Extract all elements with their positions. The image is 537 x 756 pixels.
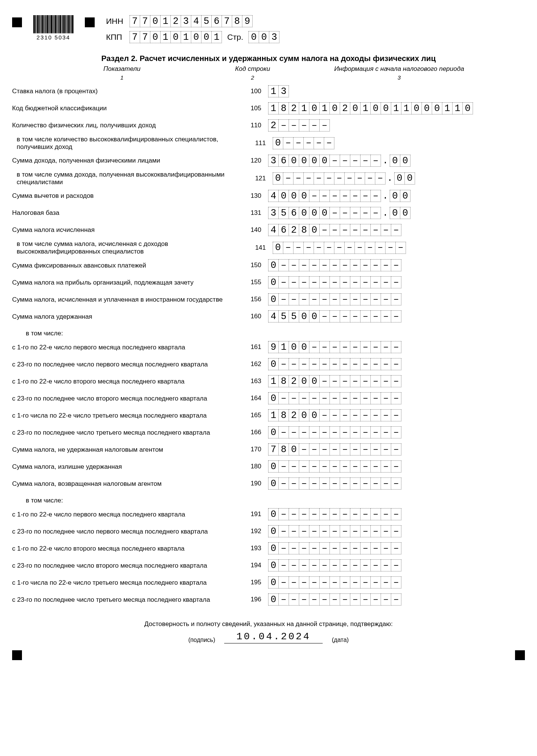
row-label: с 1-го числа по 22-е число третьего меся…	[12, 579, 235, 587]
header-block: 2310 5034 ИНН 770123456789 КПП 770101001…	[12, 15, 525, 43]
table-row: с 23-го по последнее число первого месяц…	[12, 524, 525, 538]
row-code: 120	[235, 157, 268, 164]
col-num-1: 1	[12, 74, 232, 81]
row-label: Код бюджетной классификации	[12, 105, 235, 112]
marker-top-mid	[85, 17, 95, 27]
note-including: в том числе:	[26, 497, 525, 504]
row-code: 162	[235, 360, 268, 368]
row-value: 0––––––––––––	[268, 276, 401, 288]
table-row: Сумма налога, не удержанная налоговым аг…	[12, 443, 525, 456]
table-row: в том числе сумма налога, исчисленная с …	[12, 240, 525, 255]
row-label: Количество физических лиц, получивших до…	[12, 122, 235, 129]
row-label: с 23-го по последнее число второго месяц…	[12, 562, 235, 570]
row-value: 18200––––––––	[268, 375, 401, 387]
table-row: Ставка налога (в процентах)10013	[12, 85, 525, 98]
row-code: 163	[235, 377, 268, 385]
row-label: в том числе количество высококвалифициро…	[12, 136, 239, 150]
row-code: 164	[235, 394, 268, 402]
table-row: с 1-го по 22-е число первого месяца посл…	[12, 340, 525, 354]
row-value: 46280––––––––	[268, 224, 401, 236]
row-code: 191	[235, 510, 268, 518]
table-row: Сумма налога исчисленная14046280––––––––	[12, 223, 525, 237]
row-label: Сумма дохода, полученная физическими лиц…	[12, 157, 235, 164]
row-label: с 23-го по последнее число первого месяц…	[12, 361, 235, 368]
table-row: с 1-го по 22-е число второго месяца посл…	[12, 542, 525, 555]
table-row: Сумма налога на прибыль организаций, под…	[12, 275, 525, 289]
row-value: 0––––––––––––	[268, 426, 401, 438]
footer-text: Достоверность и полноту сведений, указан…	[12, 620, 525, 628]
row-label: Сумма вычетов и расходов	[12, 192, 235, 200]
row-label: с 1-го по 22-е число первого месяца посл…	[12, 511, 235, 518]
table-row: с 23-го по последнее число второго месяц…	[12, 391, 525, 405]
row-code: 195	[235, 579, 268, 586]
row-value: 0––––––––––––	[268, 542, 401, 554]
row-value: 0––––––––––––	[268, 508, 401, 520]
row-value: 0––––––––––––	[268, 593, 401, 606]
table-row: с 1-го по 22-е число второго месяца посл…	[12, 374, 525, 388]
row-label: Сумма налога, излишне удержанная	[12, 463, 235, 471]
row-value: 0––––––––––––	[268, 259, 401, 271]
barcode-number: 2310 5034	[33, 34, 73, 41]
table-row: Количество физических лиц, получивших до…	[12, 119, 525, 132]
row-label: Сумма налога удержанная	[12, 313, 235, 321]
row-code: 160	[235, 313, 268, 320]
date-label: (дата)	[332, 637, 349, 643]
data-table: Ставка налога (в процентах)10013Код бюдж…	[12, 85, 525, 610]
table-row: Сумма дохода, полученная физическими лиц…	[12, 154, 525, 167]
row-value: 0––––––––––––	[268, 392, 401, 404]
row-label: с 23-го по последнее число второго месяц…	[12, 395, 235, 402]
row-code: 166	[235, 429, 268, 436]
row-value: 360000–––––.00	[268, 155, 411, 167]
section-title: Раздел 2. Расчет исчисленных и удержанны…	[12, 54, 525, 63]
row-label: с 1-го по 22-е число первого месяца посл…	[12, 344, 235, 351]
row-value: 0––––––––––.00	[273, 172, 415, 185]
table-row: Сумма фиксированных авансовых платежей15…	[12, 258, 525, 272]
row-code: 110	[235, 122, 268, 129]
table-row: Сумма вычетов и расходов1304000–––––––.0…	[12, 189, 525, 203]
row-code: 155	[235, 279, 268, 286]
row-code: 105	[235, 105, 268, 112]
row-value: 780––––––––––	[268, 443, 401, 455]
marker-top-left	[12, 17, 22, 27]
row-value: 0––––––––––––	[268, 559, 401, 571]
row-label: Сумма фиксированных авансовых платежей	[12, 262, 235, 269]
col-header-1: Показатели	[12, 65, 232, 73]
row-code: 165	[235, 412, 268, 419]
row-code: 170	[235, 446, 268, 453]
barcode: 2310 5034	[33, 15, 73, 41]
signature-label: (подпись)	[188, 637, 215, 643]
row-value: 45500––––––––	[268, 310, 401, 322]
row-code: 196	[235, 596, 268, 603]
row-label: Сумма налога, возвращенная налоговым аге…	[12, 480, 235, 488]
row-label: Сумма налога, исчисленная и уплаченная в…	[12, 296, 235, 304]
row-value: 18210102010011000110	[268, 102, 473, 114]
table-row: Сумма налога, исчисленная и уплаченная в…	[12, 293, 525, 306]
row-value: 18200––––––––	[268, 409, 401, 421]
row-label: с 23-го по последнее число третьего меся…	[12, 596, 235, 604]
table-row: Сумма налога удержанная16045500––––––––	[12, 310, 525, 323]
row-code: 192	[235, 527, 268, 535]
row-label: Сумма налога, не удержанная налоговым аг…	[12, 446, 235, 454]
table-row: Сумма налога, возвращенная налоговым аге…	[12, 477, 525, 490]
row-code: 130	[235, 192, 268, 200]
row-label: с 1-го числа по 22-е число третьего меся…	[12, 412, 235, 419]
row-value: 0––––––––––––	[268, 525, 401, 537]
row-value: 0––––––––––––	[268, 477, 401, 490]
inn-value: 770123456789	[130, 15, 253, 27]
row-label: Сумма налога на прибыль организаций, под…	[12, 279, 235, 286]
row-code: 140	[235, 226, 268, 234]
table-row: Налоговая база131356000–––––.00	[12, 206, 525, 220]
row-code: 111	[239, 139, 273, 147]
table-row: с 23-го по последнее число третьего меся…	[12, 426, 525, 439]
row-value: 9100–––––––––	[268, 341, 401, 353]
row-value: 0––––––––––––	[273, 242, 406, 254]
row-code: 121	[239, 175, 273, 182]
row-value: 0––––––––––––	[268, 460, 401, 473]
table-row: с 23-го по последнее число третьего меся…	[12, 593, 525, 606]
row-label: Ставка налога (в процентах)	[12, 88, 235, 95]
table-row: Код бюджетной классификации1051821010201…	[12, 102, 525, 115]
table-row: в том числе количество высококвалифициро…	[12, 136, 525, 150]
table-row: с 1-го числа по 22-е число третьего меся…	[12, 409, 525, 422]
row-value: 0––––––––––––	[268, 293, 401, 305]
table-row: с 1-го числа по 22-е число третьего меся…	[12, 576, 525, 589]
